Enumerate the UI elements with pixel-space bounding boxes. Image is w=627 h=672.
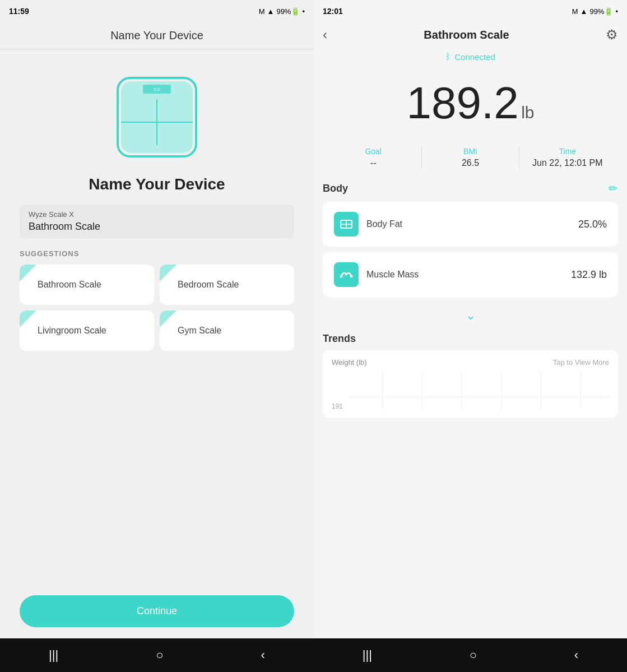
mail-icon-right: M — [572, 7, 578, 16]
right-panel: 12:01 M ▲ 99%🔋 • ‹ Bathroom Scale ⚙ ᛒ Co… — [314, 0, 627, 672]
nav-menu-icon[interactable]: ||| — [49, 648, 58, 662]
expand-button[interactable]: ⌄ — [314, 303, 627, 328]
chart-view-more: Tap to View More — [553, 358, 609, 367]
suggestion-label-bathroom: Bathroom Scale — [38, 280, 101, 290]
edit-icon[interactable]: ✏ — [609, 182, 618, 195]
stat-time: Time Jun 22, 12:01 PM — [519, 142, 616, 173]
body-title: Body — [323, 183, 348, 194]
suggestion-label-gym: Gym Scale — [178, 326, 221, 336]
status-icons-left: M ▲ 99%🔋 • — [259, 7, 305, 16]
device-name-input[interactable]: Wyze Scale X Bathroom Scale — [20, 205, 294, 238]
status-icons-right: M ▲ 99%🔋 • — [572, 7, 618, 16]
back-button[interactable]: ‹ — [323, 27, 327, 43]
time-right: 12:01 — [323, 7, 343, 16]
connected-badge: ᛒ Connected — [314, 52, 627, 62]
settings-button[interactable]: ⚙ — [606, 27, 618, 43]
suggestion-livingroom-scale[interactable]: Livingroom Scale — [20, 310, 154, 351]
body-fat-icon — [334, 212, 359, 237]
svg-point-10 — [340, 275, 343, 278]
nav-home-icon-right[interactable]: ○ — [470, 648, 477, 662]
suggestion-label-livingroom: Livingroom Scale — [38, 326, 106, 336]
dot-icon: • — [302, 7, 305, 16]
body-fat-name: Body Fat — [366, 219, 402, 229]
metric-left-body-fat: Body Fat — [334, 212, 402, 237]
goal-value: -- — [325, 158, 421, 168]
chevron-down-icon: ⌄ — [466, 308, 476, 323]
weight-value: 189.2 — [406, 78, 518, 128]
svg-point-11 — [350, 275, 353, 278]
signal-icon-right: ▲ — [580, 7, 588, 16]
scale-image: 0.0 — [112, 72, 202, 162]
device-name-value: Bathroom Scale — [29, 221, 285, 233]
header-divider — [0, 49, 314, 50]
dot-icon-right: • — [615, 7, 618, 16]
suggestion-gym-scale[interactable]: Gym Scale — [160, 310, 294, 351]
metric-card-muscle-mass: Muscle Mass 132.9 lb — [323, 252, 618, 297]
body-section: Body ✏ Body Fat 25.0% — [314, 182, 627, 303]
weight-display: 189.2 lb — [314, 66, 627, 138]
stats-row: Goal -- BMI 26.5 Time Jun 22, 12:01 PM — [314, 138, 627, 182]
continue-button[interactable]: Continue — [20, 595, 294, 627]
nav-back-icon[interactable]: ‹ — [261, 648, 265, 662]
muscle-mass-value: 132.9 lb — [571, 269, 607, 281]
trends-title: Trends — [323, 333, 618, 345]
signal-icon: ▲ — [267, 7, 275, 16]
goal-label: Goal — [325, 147, 421, 156]
suggestions-grid: Bathroom Scale Bedroom Scale Livingroom … — [20, 265, 294, 351]
chart-y-label: 191 — [332, 402, 343, 410]
body-header: Body ✏ — [323, 182, 618, 195]
mail-icon: M — [259, 7, 265, 16]
bottom-nav-left: ||| ○ ‹ — [0, 638, 314, 672]
bluetooth-icon: ᛒ — [445, 52, 451, 62]
svg-text:0.0: 0.0 — [154, 87, 160, 92]
right-header: ‹ Bathroom Scale ⚙ — [314, 22, 627, 52]
muscle-mass-name: Muscle Mass — [366, 270, 419, 280]
metric-card-body-fat: Body Fat 25.0% — [323, 202, 618, 247]
battery-icon: 99%🔋 — [276, 7, 300, 16]
bottom-nav-right: ||| ○ ‹ — [314, 638, 627, 672]
chart-label: Weight (lb) — [332, 358, 367, 367]
bmi-value: 26.5 — [422, 158, 518, 168]
suggestion-bathroom-scale[interactable]: Bathroom Scale — [20, 265, 154, 305]
bmi-label: BMI — [422, 147, 518, 156]
time-value: Jun 22, 12:01 PM — [519, 158, 616, 168]
chart-header: Weight (lb) Tap to View More — [332, 358, 609, 367]
time-left: 11:59 — [9, 7, 29, 16]
left-panel: 11:59 M ▲ 99%🔋 • Name Your Device 0.0 Na… — [0, 0, 314, 672]
nav-back-icon-right[interactable]: ‹ — [574, 648, 578, 662]
status-bar-right: 12:01 M ▲ 99%🔋 • — [314, 0, 627, 22]
suggestions-label: SUGGESTIONS — [20, 249, 294, 258]
chart-area: 191 — [332, 371, 609, 410]
stat-goal: Goal -- — [325, 142, 421, 173]
weight-unit: lb — [521, 103, 534, 122]
device-label: Wyze Scale X — [29, 210, 285, 219]
connected-label: Connected — [454, 52, 495, 62]
name-device-title: Name Your Device — [89, 175, 225, 193]
chart-lines — [349, 371, 609, 410]
nav-home-icon[interactable]: ○ — [156, 648, 163, 662]
trends-section: Trends Weight (lb) Tap to View More 191 — [314, 328, 627, 418]
page-title-left: Name Your Device — [0, 22, 314, 42]
suggestion-label-bedroom: Bedroom Scale — [178, 280, 239, 290]
status-bar-left: 11:59 M ▲ 99%🔋 • — [0, 0, 314, 22]
suggestion-bedroom-scale[interactable]: Bedroom Scale — [160, 265, 294, 305]
time-label: Time — [519, 147, 616, 156]
battery-icon-right: 99%🔋 — [589, 7, 613, 16]
nav-menu-icon-right[interactable]: ||| — [363, 648, 372, 662]
muscle-mass-icon — [334, 262, 359, 287]
stat-bmi: BMI 26.5 — [422, 142, 518, 173]
body-fat-value: 25.0% — [578, 219, 607, 230]
chart-container[interactable]: Weight (lb) Tap to View More 191 — [323, 350, 618, 418]
metric-left-muscle-mass: Muscle Mass — [334, 262, 419, 287]
right-page-title: Bathroom Scale — [327, 29, 606, 41]
